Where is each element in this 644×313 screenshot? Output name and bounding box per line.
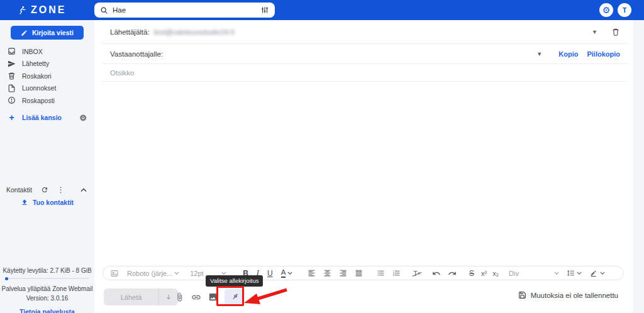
subscript-button[interactable]: x₂ xyxy=(492,270,499,277)
superscript-button[interactable]: x² xyxy=(481,270,487,277)
insert-image-button[interactable] xyxy=(208,292,218,302)
cc-link[interactable]: Kopio xyxy=(558,50,578,58)
settings-button[interactable]: ⚙ xyxy=(599,3,613,17)
import-contacts-label: Tuo kontaktit xyxy=(33,199,74,206)
import-contacts-button[interactable]: Tuo kontaktit xyxy=(0,199,94,206)
sidebar-item-drafts[interactable]: Luonnokset xyxy=(0,82,94,95)
chevron-down-icon xyxy=(221,272,226,275)
chevron-up-icon[interactable] xyxy=(80,188,87,192)
insert-image-placeholder-icon[interactable] xyxy=(110,269,119,278)
numbered-list-button[interactable] xyxy=(392,269,401,277)
contacts-menu-icon[interactable]: ⋮ xyxy=(57,185,65,194)
chevron-down-icon xyxy=(554,272,559,275)
arrow-down-icon xyxy=(165,294,172,301)
select-signature-button[interactable] xyxy=(225,289,245,305)
compose-pane: Lähettäjältä: test@valokuvastudio24.fi ▼… xyxy=(94,20,633,313)
storage-usage-bar xyxy=(5,278,89,279)
to-dropdown-caret-icon[interactable]: ▼ xyxy=(536,51,542,57)
block-format-dropdown[interactable]: Div xyxy=(509,270,559,277)
bcc-link[interactable]: Piilokopio xyxy=(587,50,620,58)
sidebar-item-spam[interactable]: Roskaposti xyxy=(0,94,94,107)
signature-tooltip: Valitse allekirjoitus xyxy=(206,275,263,287)
from-field-row: Lähettäjältä: test@valokuvastudio24.fi ▼ xyxy=(102,20,628,44)
to-field-row[interactable]: Vastaanottajalle: ▼ Kopio Piilokopio xyxy=(102,44,628,64)
link-icon xyxy=(191,292,201,302)
right-gutter xyxy=(633,20,644,313)
paperclip-icon xyxy=(175,292,184,302)
align-center-button[interactable] xyxy=(323,269,331,277)
pencil-icon xyxy=(21,30,28,36)
zone-logo-text: ZONE xyxy=(31,4,66,16)
folder-list: INBOX Lähetetty Roskakori Luonnokset Ros… xyxy=(0,45,94,107)
search-input[interactable] xyxy=(113,6,256,14)
align-justify-button[interactable] xyxy=(355,269,363,277)
font-family-value: Roboto (järje... xyxy=(127,270,172,277)
subject-input[interactable] xyxy=(110,69,620,77)
folder-label: Roskaposti xyxy=(22,97,55,104)
editor-toolbar: Roboto (järje... 12pt B I U A Tx S xyxy=(103,266,624,280)
inbox-icon xyxy=(8,47,16,55)
attach-file-button[interactable] xyxy=(175,292,184,302)
font-color-label: A xyxy=(281,268,286,277)
plus-icon: + xyxy=(8,113,16,123)
align-right-button[interactable] xyxy=(339,269,347,277)
zone-runner-icon xyxy=(18,6,27,15)
line-spacing-dropdown[interactable] xyxy=(567,269,582,277)
sent-icon xyxy=(8,60,16,68)
highlight-pen-icon xyxy=(590,269,598,277)
search-filter-icon[interactable] xyxy=(260,6,269,14)
clear-formatting-button[interactable]: Tx xyxy=(413,270,420,277)
font-size-value: 12pt xyxy=(190,270,203,277)
drafts-icon xyxy=(8,84,16,92)
discard-draft-icon[interactable] xyxy=(611,28,620,36)
underline-button[interactable]: U xyxy=(267,269,273,278)
add-folder-button[interactable]: + Lisää kansio ⚙ xyxy=(0,111,94,124)
search-bar[interactable] xyxy=(94,3,275,18)
block-format-value: Div xyxy=(509,270,519,277)
folder-label: Luonnokset xyxy=(22,84,56,92)
sidebar-item-inbox[interactable]: INBOX xyxy=(0,45,94,58)
contacts-header: Kontaktit ⋮ xyxy=(6,185,87,195)
about-service-link[interactable]: Tietoja palvelusta xyxy=(0,308,94,313)
chevron-down-icon xyxy=(600,272,605,275)
search-icon xyxy=(100,6,108,14)
zone-logo[interactable]: ZONE xyxy=(18,0,66,20)
account-avatar[interactable]: T xyxy=(618,3,631,17)
line-spacing-icon xyxy=(567,269,575,277)
avatar-letter: T xyxy=(623,6,627,14)
redo-button[interactable] xyxy=(448,269,457,278)
undo-button[interactable] xyxy=(432,269,441,278)
folder-settings-icon[interactable]: ⚙ xyxy=(79,113,87,123)
chevron-down-icon xyxy=(577,272,582,275)
image-icon xyxy=(208,292,218,302)
storage-usage-text: Käytetty levytila: 2.7 KiB - 8 GiB xyxy=(0,267,94,274)
insert-link-button[interactable] xyxy=(191,292,201,302)
attachment-toolbar xyxy=(175,288,245,305)
font-color-dropdown[interactable]: A xyxy=(281,268,293,277)
strikethrough-button[interactable]: S xyxy=(469,269,474,278)
sidebar-item-sent[interactable]: Lähetetty xyxy=(0,58,94,70)
align-left-button[interactable] xyxy=(308,269,316,277)
compose-button-label: Kirjoita viesti xyxy=(32,29,74,36)
highlight-color-dropdown[interactable] xyxy=(590,269,605,277)
sidebar: Kirjoita viesti INBOX Lähetetty Roskakor… xyxy=(0,20,94,313)
save-status: Muutoksia ei ole tallennettu xyxy=(518,291,618,299)
sidebar-item-trash[interactable]: Roskakori xyxy=(0,70,94,82)
from-dropdown-caret-icon[interactable]: ▼ xyxy=(592,29,597,35)
signature-pen-icon xyxy=(230,292,240,302)
subject-field-row xyxy=(102,64,628,82)
save-status-text: Muutoksia ei ole tallennettu xyxy=(531,292,618,299)
maintainer-text: Palvelua ylläpitää Zone Webmail Version:… xyxy=(0,284,94,303)
send-split-button: Lähetä xyxy=(104,288,178,305)
from-address-value: test@valokuvastudio24.fi xyxy=(154,28,235,36)
bullet-list-button[interactable] xyxy=(377,269,385,277)
compose-button[interactable]: Kirjoita viesti xyxy=(11,26,84,40)
refresh-contacts-icon[interactable] xyxy=(41,186,48,194)
send-button[interactable]: Lähetä xyxy=(104,288,159,305)
font-family-dropdown[interactable]: Roboto (järje... xyxy=(127,270,179,277)
message-body-editor[interactable] xyxy=(102,82,628,263)
to-label: Vastaanottajalle: xyxy=(110,50,163,58)
clear-format-x: x xyxy=(418,270,420,276)
folder-label: Lähetetty xyxy=(22,60,49,67)
maintainer-line1: Palvelua ylläpitää Zone Webmail xyxy=(0,284,94,294)
